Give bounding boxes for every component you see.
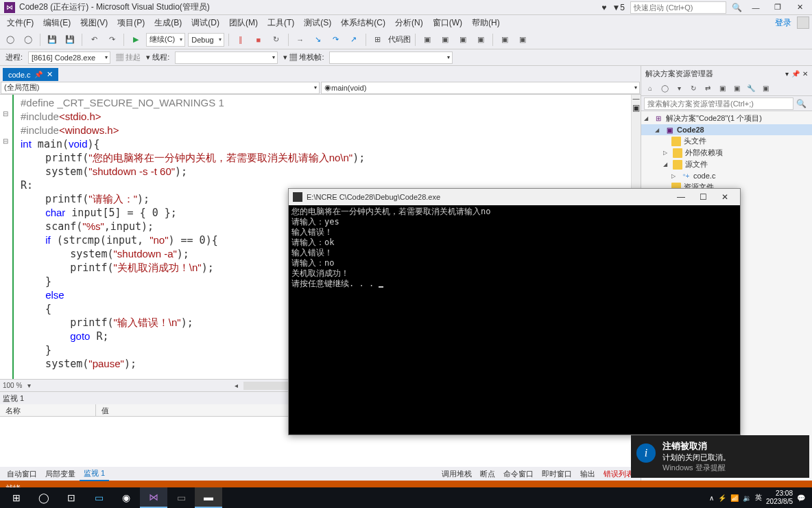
collapse-icon[interactable]: ⊟	[3, 137, 8, 145]
tree-external[interactable]: ▷ 外部依赖项	[641, 147, 812, 159]
hscroll-left-icon[interactable]: ◂	[235, 382, 238, 389]
back-icon[interactable]: ◯	[658, 82, 671, 95]
notification-center-icon[interactable]: 💬	[797, 494, 805, 502]
tree-source[interactable]: ◢ 源文件	[641, 159, 812, 170]
tab-breakpoints[interactable]: 断点	[476, 467, 499, 481]
continue-dropdown[interactable]: 继续(C)	[146, 33, 185, 47]
tree-headers[interactable]: 头文件	[641, 135, 812, 147]
close-button[interactable]: ✕	[791, 3, 808, 12]
pin-icon[interactable]: 📌	[34, 71, 43, 78]
menu-test[interactable]: 测试(S)	[300, 16, 335, 30]
clock[interactable]: 23:08 2023/8/5	[766, 489, 793, 506]
tab-callstack[interactable]: 调用堆栈	[438, 467, 476, 481]
step-out-icon[interactable]: ↗	[346, 32, 361, 47]
tool-icon-4[interactable]: ▣	[473, 32, 488, 47]
menu-analyze[interactable]: 分析(N)	[391, 16, 427, 30]
split-icon[interactable]: —	[632, 95, 641, 103]
tool-icon-5[interactable]: ▣	[497, 32, 512, 47]
process-dropdown[interactable]: [8616] Code28.exe	[28, 51, 110, 64]
tool-icon-6[interactable]: ▣	[515, 32, 530, 47]
tray-power-icon[interactable]: ⚡	[718, 494, 726, 502]
taskbar-chrome-icon[interactable]: ◉	[112, 487, 140, 508]
tool-icon-3[interactable]: ▣	[455, 32, 470, 47]
expand-icon[interactable]: ◢	[663, 161, 670, 168]
console-minimize-button[interactable]: —	[670, 192, 692, 202]
codemap-icon[interactable]: ⊞	[370, 32, 385, 47]
avatar-icon[interactable]	[797, 16, 809, 29]
console-body[interactable]: 您的电脑将在一分钟内关机，若需要取消关机请输入no 请输入：yes 输入错误！ …	[289, 205, 740, 290]
suspend-button[interactable]: ▦ 挂起	[116, 52, 141, 62]
panel-dropdown-icon[interactable]: ▾	[785, 70, 789, 78]
console-title-bar[interactable]: E:\NCRE C\Code28\Debug\Code28.exe — ☐ ✕	[289, 189, 740, 205]
save-icon[interactable]: 💾	[45, 32, 60, 47]
watch-col-name[interactable]: 名称	[0, 404, 96, 416]
fwd-icon[interactable]: ▾	[673, 82, 685, 95]
restore-button[interactable]: ❐	[769, 3, 786, 12]
menu-debug[interactable]: 调试(D)	[187, 16, 224, 30]
scope-left-dropdown[interactable]: (全局范围)	[1, 82, 320, 94]
close-tab-icon[interactable]: ✕	[47, 70, 53, 79]
menu-team[interactable]: 团队(M)	[225, 16, 262, 30]
undo-icon[interactable]: ↶	[86, 32, 102, 47]
tool-icon-2[interactable]: ▣	[438, 32, 453, 47]
step-into-icon[interactable]: ↘	[311, 32, 326, 47]
quick-launch-input[interactable]	[630, 1, 726, 14]
console-close-button[interactable]: ✕	[714, 192, 736, 202]
menu-arch[interactable]: 体系结构(C)	[337, 16, 390, 30]
tool-icon-1[interactable]: ▣	[420, 32, 435, 47]
ime-indicator[interactable]: 英	[755, 493, 762, 503]
taskbar-app-1[interactable]: ▭	[85, 487, 112, 508]
tab-locals[interactable]: 局部变量	[41, 467, 80, 481]
tab-watch1[interactable]: 监视 1	[80, 467, 109, 481]
restart-icon[interactable]: ↻	[269, 32, 284, 47]
tray-volume-icon[interactable]: 🔉	[743, 494, 751, 502]
taskbar[interactable]: ⊞ ◯ ⊡ ▭ ◉ ⋈ ▭ ▬ ∧ ⚡ 📶 🔉 英 23:08 2023/8/5…	[0, 487, 812, 508]
tab-immediate[interactable]: 即时窗口	[538, 467, 576, 481]
solution-search-input[interactable]	[644, 97, 793, 110]
nav-back-icon[interactable]: ◯	[3, 32, 18, 47]
tab-output[interactable]: 输出	[576, 467, 599, 481]
tab-command[interactable]: 命令窗口	[499, 467, 538, 481]
feedback-icon[interactable]: ♥	[601, 3, 606, 12]
menu-edit[interactable]: 编辑(E)	[39, 16, 75, 30]
home-icon[interactable]: ⌂	[644, 82, 656, 95]
zoom-dropdown-icon[interactable]: ▾	[27, 382, 31, 389]
expand-icon[interactable]: ◢	[655, 127, 662, 133]
console-maximize-button[interactable]: ☐	[692, 192, 714, 202]
expand-icon[interactable]: ▷	[663, 150, 670, 156]
search-icon[interactable]: ◯	[30, 487, 58, 508]
menu-view[interactable]: 视图(V)	[76, 16, 112, 30]
notification-toast[interactable]: i 注销被取消 计划的关闭已取消。 Windows 登录提醒	[631, 435, 809, 478]
preview-icon[interactable]: ▣	[759, 82, 772, 95]
tray-expand-icon[interactable]: ∧	[709, 494, 714, 502]
config-dropdown[interactable]: Debug	[188, 33, 224, 47]
refresh-icon[interactable]: ↻	[687, 82, 700, 95]
notifications-icon[interactable]: ▼5	[612, 3, 625, 12]
tab-auto[interactable]: 自动窗口	[3, 467, 41, 481]
menu-build[interactable]: 生成(B)	[150, 16, 186, 30]
taskbar-console-icon[interactable]: ▬	[195, 487, 222, 508]
taskbar-app-2[interactable]: ▭	[167, 487, 195, 508]
step-next-icon[interactable]: →	[293, 32, 308, 47]
scope-right-dropdown[interactable]: ◉ main(void)	[321, 82, 640, 94]
expand-icon[interactable]: ▷	[671, 173, 678, 179]
console-window[interactable]: E:\NCRE C\Code28\Debug\Code28.exe — ☐ ✕ …	[288, 188, 741, 435]
tray-network-icon[interactable]: 📶	[730, 494, 739, 502]
save-all-icon[interactable]: 💾	[62, 32, 77, 47]
search-icon[interactable]: 🔍	[793, 99, 809, 108]
redo-icon[interactable]: ↷	[104, 32, 119, 47]
tree-file-code[interactable]: ▷ ⁺+ code.c	[641, 170, 812, 181]
search-icon[interactable]: 🔍	[732, 3, 742, 12]
login-link[interactable]: 登录	[775, 17, 796, 29]
tree-project[interactable]: ◢ ▣ Code28	[641, 124, 812, 135]
menu-project[interactable]: 项目(P)	[113, 16, 149, 30]
sync-icon[interactable]: ⇄	[702, 82, 714, 95]
continue-icon[interactable]: ▶	[128, 32, 143, 47]
pause-icon[interactable]: ‖	[233, 32, 248, 47]
menu-window[interactable]: 窗口(W)	[429, 16, 466, 30]
stack-dropdown[interactable]	[329, 51, 453, 64]
tree-solution-root[interactable]: ◢ ⊞ 解决方案"Code28"(1 个项目)	[641, 113, 812, 124]
menu-help[interactable]: 帮助(H)	[468, 16, 504, 30]
panel-close-icon[interactable]: ✕	[802, 70, 808, 78]
taskview-icon[interactable]: ⊡	[58, 487, 85, 508]
